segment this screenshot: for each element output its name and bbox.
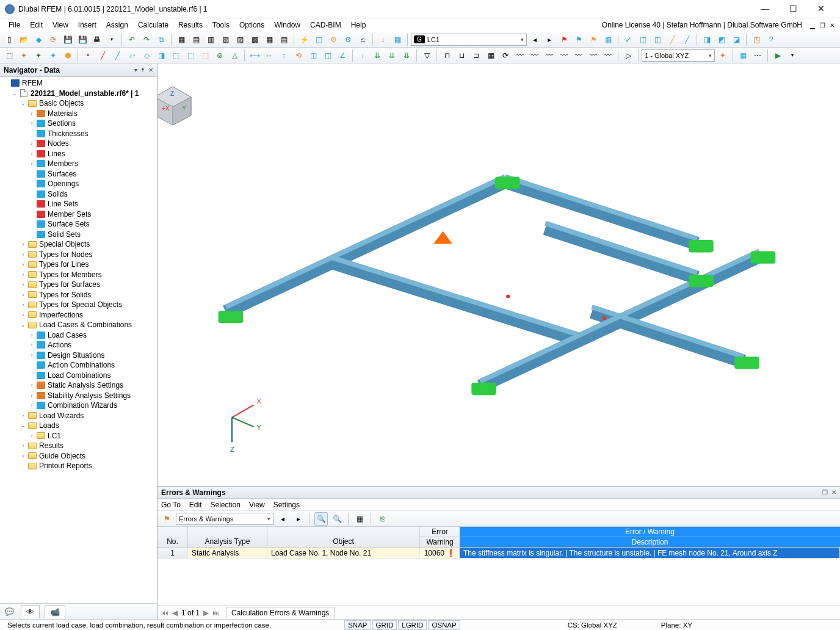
col-object[interactable]: Object [267, 527, 420, 547]
tree-item[interactable]: ›LC1 [0, 431, 157, 441]
menu-view[interactable]: View [48, 20, 73, 31]
tree-item[interactable]: ›Design Situations [0, 350, 157, 361]
tree-item[interactable]: ›Stability Analysis Settings [0, 391, 157, 401]
tree-item[interactable]: ›Results [0, 441, 157, 451]
show2-icon[interactable]: ⊔ [455, 49, 468, 62]
tree-item[interactable]: Action Combinations [0, 360, 157, 371]
surf-icon[interactable]: ▱ [125, 49, 139, 62]
sect-icon[interactable]: ╱ [665, 33, 679, 46]
dim5-icon[interactable]: ◫ [306, 49, 320, 62]
menu-calculate[interactable]: Calculate [133, 20, 173, 31]
menu-options[interactable]: Options [234, 20, 269, 31]
menu-insert[interactable]: Insert [73, 20, 101, 31]
show11-icon[interactable]: 〰 [587, 49, 600, 62]
tree-item[interactable]: Solid Sets [0, 230, 157, 240]
viewport-3d[interactable]: X Y Z +X -Y Z [158, 63, 840, 486]
cs-icon[interactable]: ✦ [716, 49, 730, 62]
pin2-icon[interactable]: ⚑ [572, 33, 585, 46]
calc3-icon[interactable]: ⚙ [341, 33, 355, 46]
load3-icon[interactable]: ⇊ [385, 49, 399, 62]
sel2-icon[interactable]: ✦ [17, 49, 31, 62]
grid-icon[interactable]: ▦ [736, 49, 750, 62]
node-icon[interactable]: • [81, 49, 95, 62]
tree-item[interactable]: Solids [0, 189, 157, 200]
table5-icon[interactable]: ▨ [233, 33, 247, 46]
tree-item[interactable]: ›Load Cases [0, 330, 157, 341]
pin1-icon[interactable]: ⚑ [557, 33, 571, 46]
err-menu-view[interactable]: View [249, 501, 265, 509]
sel4-icon[interactable]: ✦ [46, 49, 60, 62]
load2-icon[interactable]: ⇊ [371, 49, 384, 62]
show10-icon[interactable]: 〰 [572, 49, 585, 62]
dim7-icon[interactable]: ∠ [336, 49, 349, 62]
undo-icon[interactable]: ↶ [125, 33, 139, 46]
tree-item[interactable]: ›Load Wizards [0, 411, 157, 421]
minimize-button[interactable]: — [751, 0, 779, 18]
errors-float-icon[interactable]: ❐ [822, 489, 828, 496]
next-page-icon[interactable]: ▶ [203, 609, 209, 617]
menu-cadbim[interactable]: CAD-BIM [305, 20, 346, 31]
table3-icon[interactable]: ▥ [204, 33, 217, 46]
pin3-icon[interactable]: ⚑ [587, 33, 600, 46]
tree-item[interactable]: ›Members [0, 159, 157, 169]
tree-item[interactable]: ›Guide Objects [0, 451, 157, 462]
sel-icon[interactable]: ⬚ [2, 49, 16, 62]
refresh-icon[interactable]: ⟳ [46, 33, 60, 46]
set2-icon[interactable]: ⬚ [184, 49, 197, 62]
tree-item[interactable]: ⌄Basic Objects [0, 98, 157, 109]
col-description[interactable]: Error / Warning Description [460, 527, 840, 547]
calc4-icon[interactable]: ⎌ [356, 33, 369, 46]
menu-assign[interactable]: Assign [101, 20, 133, 31]
status-osnap[interactable]: OSNAP [428, 620, 460, 630]
copy-icon[interactable]: ⧉ [154, 33, 168, 46]
saveall-icon[interactable]: 💾 [76, 33, 89, 46]
status-snap[interactable]: SNAP [344, 620, 371, 630]
tree-item[interactable]: ›Imperfections [0, 310, 157, 320]
first-page-icon[interactable]: ⏮ [161, 609, 168, 617]
menu-results[interactable]: Results [173, 20, 208, 31]
cs-combo[interactable]: 1 - Global XYZ ▾ [642, 49, 715, 62]
show4-icon[interactable]: ▦ [484, 49, 498, 62]
tree-item[interactable]: ⌄Load Cases & Combinations [0, 320, 157, 330]
err-tab-calc[interactable]: Calculation Errors & Warnings [226, 607, 335, 618]
tree-item[interactable]: ›Types for Lines [0, 259, 157, 270]
mem-icon[interactable]: ╱ [110, 49, 124, 62]
err-prev-icon[interactable]: ◂ [276, 512, 289, 526]
solid-icon[interactable]: ◨ [154, 49, 168, 62]
tree-item[interactable]: ›Types for Solids [0, 290, 157, 300]
table-row[interactable]: 1 Static Analysis Load Case No. 1, Node … [158, 548, 840, 559]
prev-page-icon[interactable]: ◀ [172, 609, 178, 617]
loadcase-combo[interactable]: G LC1 ▾ [411, 34, 527, 46]
menu-tools[interactable]: Tools [208, 20, 234, 31]
tree-item[interactable]: ›Combination Wizards [0, 400, 157, 411]
navigator-float-icon[interactable]: ▾ [134, 67, 137, 73]
maximize-button[interactable]: ☐ [779, 0, 807, 18]
tree-item[interactable]: ›Materials [0, 109, 157, 119]
err-zoom1-icon[interactable]: 🔍 [314, 512, 328, 526]
tree-item[interactable]: Surface Sets [0, 219, 157, 230]
open-icon2[interactable]: ◇ [140, 49, 153, 62]
set3-icon[interactable]: ⬚ [198, 49, 212, 62]
tree-item[interactable]: ›Special Objects [0, 239, 157, 250]
menu-file[interactable]: File [4, 20, 25, 31]
tree-item[interactable]: Surfaces [0, 169, 157, 179]
tool-a[interactable]: ▦ [601, 33, 615, 46]
navigator-pin-icon[interactable]: 🖈 [140, 67, 146, 73]
show8-icon[interactable]: 〰 [543, 49, 556, 62]
err-menu-edit[interactable]: Edit [189, 501, 202, 509]
tree-item[interactable]: Member Sets [0, 209, 157, 220]
dim3-icon[interactable]: ↕ [277, 49, 291, 62]
tree-item[interactable]: Thicknesses [0, 129, 157, 139]
tree-item[interactable]: ›Types for Members [0, 270, 157, 280]
show12-icon[interactable]: 〰 [601, 49, 615, 62]
tree-item[interactable]: ›Sections [0, 118, 157, 129]
filter-icon[interactable]: ▽ [420, 49, 433, 62]
tree-item[interactable]: ⌄Loads [0, 421, 157, 431]
show9-icon[interactable]: 〰 [557, 49, 571, 62]
mdi-restore-icon[interactable]: ❐ [818, 21, 827, 29]
errors-grid[interactable]: No. Analysis Type Object Error Warning E… [158, 527, 840, 606]
tree-item[interactable]: Printout Reports [0, 461, 157, 471]
col-analysis[interactable]: Analysis Type [188, 527, 267, 547]
tree-item[interactable]: ⌄220121_Model_unstable.rf6* | 1 [0, 89, 157, 99]
set-icon[interactable]: ⬚ [169, 49, 183, 62]
